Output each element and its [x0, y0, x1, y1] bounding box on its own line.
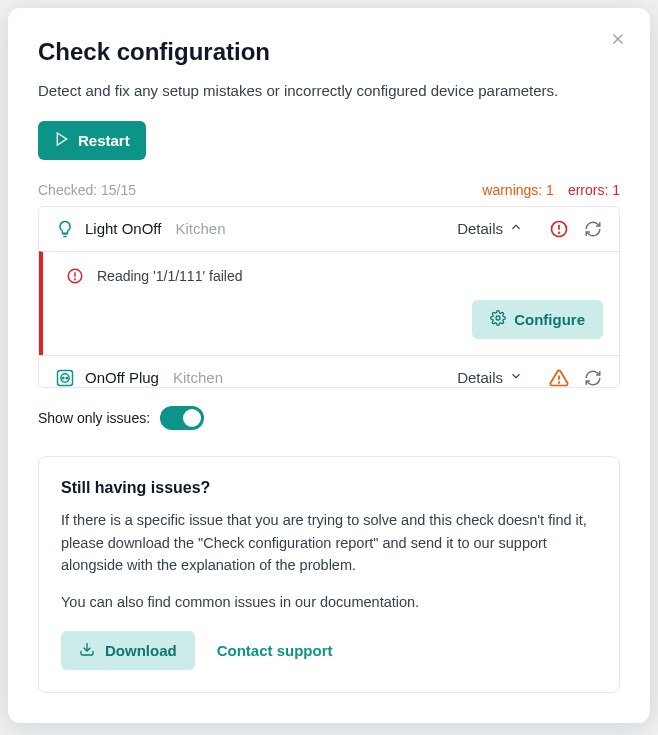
refresh-button[interactable]: [583, 368, 603, 388]
close-icon: [609, 30, 627, 51]
warnings-count: warnings: 1: [482, 182, 554, 198]
error-message: Reading '1/1/111' failed: [97, 268, 242, 284]
svg-point-5: [559, 232, 560, 233]
modal-subtitle: Detect and fix any setup mistakes or inc…: [38, 80, 620, 103]
download-label: Download: [105, 642, 177, 659]
svg-point-13: [66, 377, 68, 379]
help-text-2: You can also find common issues in our d…: [61, 591, 597, 613]
warning-status-icon: [549, 368, 569, 388]
plug-icon: [55, 368, 75, 388]
svg-rect-10: [58, 370, 73, 385]
lightbulb-icon: [55, 219, 75, 239]
toggle-knob: [183, 409, 201, 427]
show-only-issues-row: Show only issues:: [38, 406, 620, 430]
play-icon: [54, 131, 70, 150]
restart-label: Restart: [78, 132, 130, 149]
status-row: Checked: 15/15 warnings: 1 errors: 1: [38, 182, 620, 198]
error-status-icon: [549, 219, 569, 239]
errors-count: errors: 1: [568, 182, 620, 198]
device-row: OnOff Plug Kitchen Details: [39, 355, 619, 389]
device-room: Kitchen: [175, 220, 225, 237]
close-button[interactable]: [604, 26, 632, 54]
show-only-issues-label: Show only issues:: [38, 410, 150, 426]
configure-label: Configure: [514, 311, 585, 328]
modal-title: Check configuration: [38, 38, 620, 66]
help-panel: Still having issues? If there is a speci…: [38, 456, 620, 693]
download-icon: [79, 641, 95, 660]
device-name: Light OnOff: [85, 220, 161, 237]
device-name: OnOff Plug: [85, 369, 159, 386]
details-label: Details: [457, 220, 503, 237]
device-detail-panel: Reading '1/1/111' failed Configure: [39, 251, 619, 355]
chevron-up-icon: [509, 220, 523, 237]
svg-point-8: [75, 279, 76, 280]
restart-button[interactable]: Restart: [38, 121, 146, 160]
show-only-issues-toggle[interactable]: [160, 406, 204, 430]
help-title: Still having issues?: [61, 479, 597, 497]
device-list: Light OnOff Kitchen Details: [38, 206, 620, 389]
configure-button[interactable]: Configure: [472, 300, 603, 339]
svg-point-9: [496, 316, 500, 320]
chevron-down-icon: [509, 369, 523, 386]
contact-support-link[interactable]: Contact support: [217, 642, 333, 659]
error-status-icon: [65, 266, 85, 286]
svg-marker-2: [57, 133, 66, 145]
svg-point-12: [62, 377, 64, 379]
details-toggle[interactable]: Details: [457, 369, 523, 386]
check-configuration-modal: Check configuration Detect and fix any s…: [8, 8, 650, 723]
details-toggle[interactable]: Details: [457, 220, 523, 237]
svg-point-15: [559, 382, 560, 383]
gear-icon: [490, 310, 506, 329]
checked-count: Checked: 15/15: [38, 182, 136, 198]
details-label: Details: [457, 369, 503, 386]
help-text-1: If there is a specific issue that you ar…: [61, 509, 597, 576]
refresh-button[interactable]: [583, 219, 603, 239]
device-room: Kitchen: [173, 369, 223, 386]
device-row: Light OnOff Kitchen Details: [39, 207, 619, 251]
download-button[interactable]: Download: [61, 631, 195, 670]
